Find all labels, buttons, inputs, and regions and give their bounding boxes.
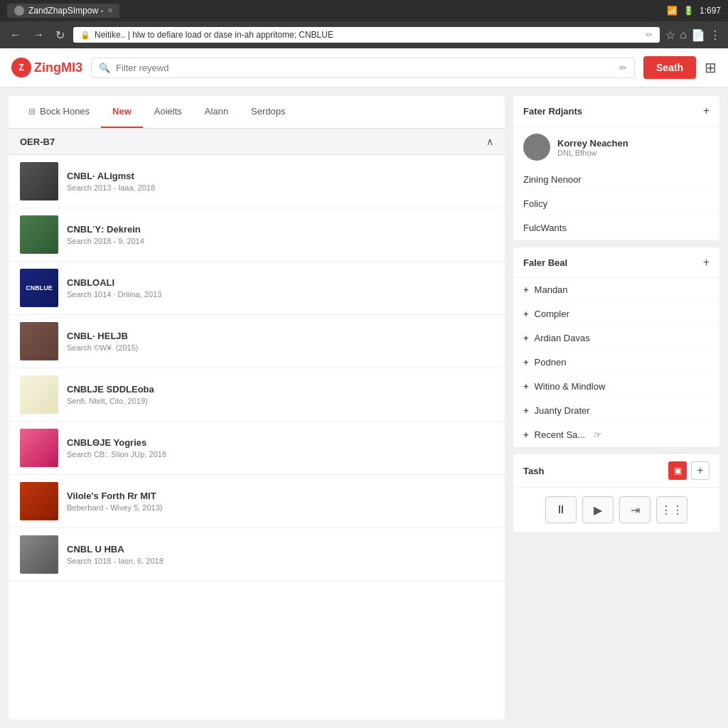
search-button[interactable]: Seath [643, 56, 696, 79]
playlist-item-recent[interactable]: + Recent Sa... ☞ [513, 423, 719, 447]
app-header: Z ZingMI3 🔍 ✏ Seath ⊞ [0, 48, 728, 87]
playlist-item-label: Mandan [535, 284, 568, 295]
wifi-icon: 📶 [667, 6, 678, 16]
playlist-item[interactable]: + Compler [513, 302, 719, 326]
tab-alann[interactable]: Alann [193, 96, 240, 128]
address-input-container[interactable]: 🔒 Neitike.. | hlw to defiare load or das… [73, 27, 660, 43]
tab-aoielts[interactable]: Aoielts [143, 96, 193, 128]
artist-sub: DNL Bfhow [557, 149, 628, 157]
grid-view-icon[interactable]: ⊞ [705, 59, 717, 76]
track-info: CNBL· HELJB Search ©W¥. (2015) [67, 331, 493, 352]
tab-serdops[interactable]: Serdops [240, 96, 296, 128]
pause-icon: ⏸ [555, 503, 567, 516]
playlist-item-plus-icon: + [523, 309, 529, 319]
play-button[interactable]: ▶ [582, 496, 614, 523]
browser-action-icons: ☆ ⌂ 📄 ⋮ [665, 28, 721, 42]
track-thumbnail [20, 535, 58, 574]
forward-button[interactable]: ⇥ [619, 496, 651, 523]
playlist-item[interactable]: + Mandan [513, 278, 719, 302]
back-button[interactable]: ← [7, 27, 24, 43]
track-item[interactable]: CNBL U HBA Search 1018 - Iasn, 6, 2018 [9, 528, 505, 582]
friend-list: Zining Nenoor Folicy FulcWants [513, 168, 719, 240]
section-title: OER-B7 [20, 136, 55, 147]
track-meta: Search 2018 - 9, 2014 [67, 237, 493, 245]
tab-title: ZandZhapSImpow - [28, 6, 103, 16]
tab-bock-hones[interactable]: ⊞ Bock Hones [17, 96, 101, 128]
track-item[interactable]: CNBL· ALigmst Search 2013 - Iaaa, 2018 [9, 155, 505, 208]
track-info: CNBLΎ: Dekrein Search 2018 - 9, 2014 [67, 224, 493, 245]
track-meta: Beberbard - Wivey 5, 2013) [67, 503, 493, 512]
playlist-item-label: Juanty Drater [535, 405, 590, 416]
featured-artists-widget: Fater Rdjants + Korrey Neachen DNL Bfhow… [513, 96, 719, 240]
playlist-items: + Mandan + Compler + Ardian Davas + Podn… [513, 278, 719, 447]
track-list: CNBL· ALigmst Search 2013 - Iaaa, 2018 C… [9, 155, 505, 582]
featured-artist-item[interactable]: Korrey Neachen DNL Bfhow [513, 127, 719, 168]
playlist-item[interactable]: + Podnen [513, 350, 719, 375]
section-header: OER-B7 ∧ [9, 129, 505, 155]
track-info: Vilole's Forth Rr MIT Beberbard - Wivey … [67, 491, 493, 512]
right-panel: Fater Rdjants + Korrey Neachen DNL Bfhow… [513, 96, 719, 719]
playlist-item[interactable]: + Ardian Davas [513, 326, 719, 350]
address-bar: ← → ↻ 🔒 Neitike.. | hlw to defiare load … [0, 21, 728, 48]
friend-item[interactable]: Zining Nenoor [513, 168, 719, 192]
tash-header: Tash ▣ + [513, 454, 719, 488]
track-item[interactable]: CNBLJE SDDLEoba Senfi. Ntelt, Cito, 2019… [9, 368, 505, 422]
tab-new[interactable]: New [101, 96, 143, 128]
browser-tab[interactable]: ZandZhapSImpow - × [7, 4, 119, 18]
playlist-item-label: Compler [535, 309, 569, 319]
forward-icon: ⇥ [631, 503, 640, 517]
bookmark-icon[interactable]: 📄 [691, 28, 705, 42]
track-info: CNBLJE SDDLEoba Senfi. Ntelt, Cito, 2019… [67, 384, 493, 405]
track-item[interactable]: CNBL· HELJB Search ©W¥. (2015) [9, 315, 505, 368]
grid-ctrl-icon: ⋮⋮ [660, 503, 683, 517]
browser-titlebar: ZandZhapSImpow - × 📶 🔋 1:697 [0, 0, 728, 21]
track-name: Vilole's Forth Rr MIT [67, 491, 493, 501]
grid-ctrl-button[interactable]: ⋮⋮ [656, 496, 687, 523]
playlist-add-btn[interactable]: + [703, 256, 710, 269]
search-bar[interactable]: 🔍 ✏ [91, 58, 635, 78]
track-item[interactable]: Vilole's Forth Rr MIT Beberbard - Wivey … [9, 475, 505, 528]
tab-close-btn[interactable]: × [107, 6, 112, 16]
pause-button[interactable]: ⏸ [545, 496, 577, 523]
tash-widget: Tash ▣ + ⏸ ▶ ⇥ [513, 454, 719, 532]
playlist-title: Faler Beal [523, 257, 567, 268]
section-collapse-btn[interactable]: ∧ [486, 136, 493, 147]
star-icon[interactable]: ☆ [665, 28, 675, 42]
track-item[interactable]: CNBLUE CNBLOALI Search 1014 · Driiina, 2… [9, 262, 505, 315]
hand-cursor-icon: ☞ [594, 429, 602, 440]
tash-action-icons: ▣ + [668, 461, 710, 480]
track-info: CNBLΘJE Yogries Search CB:. Slion JUp, 2… [67, 437, 493, 459]
friend-item[interactable]: FulcWants [513, 216, 719, 240]
time-display: 1:697 [700, 6, 721, 16]
forward-button[interactable]: → [30, 27, 47, 43]
friend-item[interactable]: Folicy [513, 192, 719, 216]
track-info: CNBL· ALigmst Search 2013 - Iaaa, 2018 [67, 171, 493, 192]
featured-artists-title: Fater Rdjants [523, 106, 582, 117]
search-input[interactable] [116, 63, 619, 73]
track-thumbnail [20, 162, 58, 200]
track-info: CNBLOALI Search 1014 · Driiina, 2013 [67, 277, 493, 299]
playlist-item[interactable]: + Witino & Mindlow [513, 375, 719, 399]
home-icon[interactable]: ⌂ [680, 28, 687, 42]
tash-plus-btn[interactable]: + [691, 461, 710, 480]
artist-info: Korrey Neachen DNL Bfhow [557, 138, 628, 157]
tash-plus-symbol: + [697, 464, 703, 477]
menu-icon[interactable]: ⋮ [710, 28, 721, 42]
refresh-button[interactable]: ↻ [53, 27, 68, 43]
thumb-label: CNBLUE [26, 284, 53, 291]
playlist-item-plus-icon: + [523, 381, 529, 392]
tash-red-icon-btn[interactable]: ▣ [668, 461, 687, 480]
featured-artists-header: Fater Rdjants + [513, 96, 719, 127]
battery-icon: 🔋 [683, 6, 694, 16]
track-item[interactable]: CNBLΎ: Dekrein Search 2018 - 9, 2014 [9, 208, 505, 262]
playlist-item-label: Recent Sa... [535, 429, 586, 440]
main-layout: ⊞ Bock Hones New Aoielts Alann Serdops O… [0, 87, 728, 728]
track-item[interactable]: CNBLΘJE Yogries Search CB:. Slion JUp, 2… [9, 422, 505, 475]
ssl-lock-icon: 🔒 [80, 31, 90, 40]
logo-text: ZingMI3 [34, 60, 82, 75]
play-icon: ▶ [594, 503, 602, 517]
track-meta: Senfi. Ntelt, Cito, 2019) [67, 397, 493, 405]
featured-add-btn[interactable]: + [703, 105, 710, 117]
playlist-item[interactable]: + Juanty Drater [513, 399, 719, 423]
track-meta: Search 1018 - Iasn, 6, 2018 [67, 557, 493, 565]
